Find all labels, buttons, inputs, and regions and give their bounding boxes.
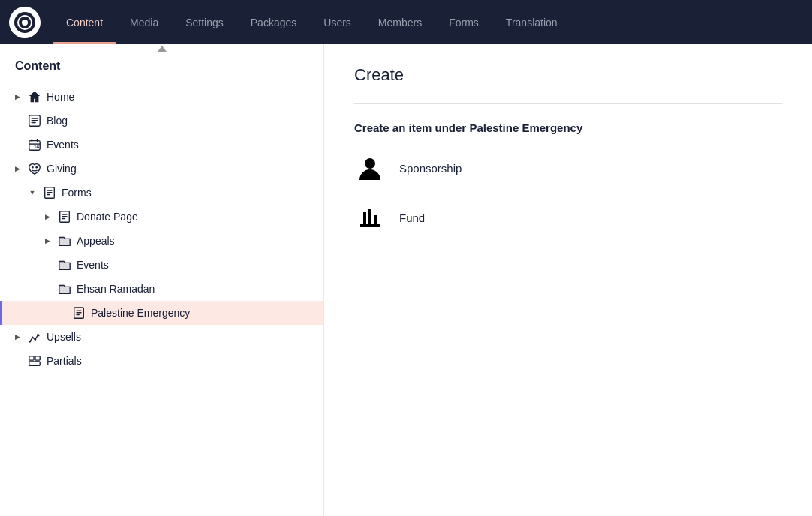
scroll-indicator: [158, 46, 167, 52]
create-items-container: SponsorshipFund: [354, 152, 782, 233]
tree-arrow-donate-page: ▶: [42, 212, 53, 222]
partials-icon: [27, 353, 42, 368]
svg-point-1: [22, 20, 28, 26]
tree-label-donate-page: Donate Page: [77, 211, 138, 223]
folder-icon: [57, 233, 72, 248]
tree-item-partials[interactable]: Partials: [0, 349, 323, 373]
sidebar: Content ▶HomeBlog14Events▶Giving▼Forms▶D…: [0, 44, 324, 516]
nav-item-media[interactable]: Media: [116, 0, 172, 44]
giving-icon: [27, 161, 42, 176]
fund-icon: [354, 202, 386, 233]
main-layout: Content ▶HomeBlog14Events▶Giving▼Forms▶D…: [0, 44, 812, 516]
tree-arrow-forms: ▼: [27, 188, 38, 198]
nav-item-settings[interactable]: Settings: [172, 0, 237, 44]
tree-arrow-events-sub: [42, 260, 53, 270]
tree-arrow-partials: [12, 356, 23, 366]
tree-label-palestine-emergency: Palestine Emergency: [91, 307, 190, 319]
tree-label-home: Home: [47, 91, 74, 103]
tree-arrow-palestine-emergency: [56, 308, 67, 318]
svg-point-25: [29, 340, 31, 343]
upsells-icon: [27, 329, 42, 344]
svg-rect-19: [62, 216, 67, 217]
svg-rect-4: [32, 120, 38, 121]
svg-point-12: [35, 166, 38, 169]
forms-icon: [42, 185, 57, 200]
tree-label-events-sub: Events: [77, 259, 109, 271]
svg-rect-14: [47, 190, 52, 190]
svg-rect-23: [76, 312, 81, 313]
folder-icon: [57, 281, 72, 296]
svg-rect-20: [62, 218, 65, 219]
divider: [354, 103, 782, 104]
logo-inner: [14, 12, 35, 33]
document-icon: [71, 305, 86, 320]
nav-item-users[interactable]: Users: [310, 0, 365, 44]
svg-rect-16: [47, 194, 50, 195]
nav-item-content[interactable]: Content: [53, 0, 116, 44]
tree-label-blog: Blog: [47, 115, 68, 127]
svg-point-27: [35, 338, 37, 340]
tree-label-forms: Forms: [62, 187, 92, 199]
svg-point-11: [32, 166, 34, 169]
svg-text:14: 14: [34, 144, 40, 149]
svg-point-28: [37, 334, 39, 336]
tree-item-appeals[interactable]: ▶Appeals: [0, 229, 323, 253]
tree-item-events-sub[interactable]: Events: [0, 253, 323, 277]
create-item-label-fund: Fund: [399, 212, 425, 224]
create-item-fund[interactable]: Fund: [354, 202, 782, 233]
create-item-label-sponsorship: Sponsorship: [399, 162, 462, 175]
person-icon: [354, 152, 386, 184]
tree-label-upsells: Upsells: [47, 331, 81, 343]
tree-item-upsells[interactable]: ▶Upsells: [0, 325, 323, 349]
tree-label-giving: Giving: [47, 163, 77, 175]
content-area: Create Create an item under Palestine Em…: [324, 44, 812, 516]
events-icon: 14: [27, 137, 42, 152]
tree-item-events[interactable]: 14Events: [0, 133, 323, 157]
nav-item-translation[interactable]: Translation: [492, 0, 571, 44]
logo[interactable]: [9, 7, 41, 38]
tree-arrow-home: ▶: [12, 92, 23, 102]
nav-items: ContentMediaSettingsPackagesUsersMembers…: [53, 0, 571, 44]
create-subtitle: Create an item under Palestine Emergency: [354, 122, 782, 134]
svg-point-26: [32, 337, 34, 339]
tree-item-donate-page[interactable]: ▶Donate Page: [0, 205, 323, 229]
svg-rect-5: [32, 122, 36, 123]
tree-item-home[interactable]: ▶Home: [0, 85, 323, 109]
tree-label-partials: Partials: [47, 355, 82, 367]
document-icon: [57, 209, 72, 224]
svg-rect-18: [62, 214, 67, 214]
tree-arrow-appeals: ▶: [42, 236, 53, 246]
tree-arrow-ehsan-ramadan: [42, 284, 53, 294]
svg-rect-22: [76, 310, 81, 310]
top-nav: ContentMediaSettingsPackagesUsersMembers…: [0, 0, 812, 44]
tree-item-ehsan-ramadan[interactable]: Ehsan Ramadan: [0, 277, 323, 301]
tree-arrow-giving: ▶: [12, 164, 23, 174]
tree-item-palestine-emergency[interactable]: Palestine Emergency: [0, 301, 323, 325]
blog-icon: [27, 113, 42, 128]
nav-item-forms[interactable]: Forms: [435, 0, 492, 44]
tree-item-forms[interactable]: ▼Forms: [0, 181, 323, 205]
tree-label-events: Events: [47, 139, 79, 151]
page-title: Create: [354, 65, 782, 85]
nav-item-members[interactable]: Members: [365, 0, 435, 44]
svg-rect-29: [29, 356, 34, 360]
svg-rect-31: [29, 362, 40, 365]
svg-rect-3: [32, 118, 38, 118]
create-item-sponsorship[interactable]: Sponsorship: [354, 152, 782, 184]
tree-label-ehsan-ramadan: Ehsan Ramadan: [77, 283, 155, 295]
tree-arrow-blog: [12, 116, 23, 126]
folder-icon: [57, 257, 72, 272]
tree-arrow-upsells: ▶: [12, 332, 23, 342]
svg-rect-24: [76, 314, 80, 315]
svg-rect-30: [35, 356, 40, 360]
tree-label-appeals: Appeals: [77, 235, 115, 247]
home-icon: [27, 89, 42, 104]
svg-rect-15: [47, 192, 52, 193]
tree-container: ▶HomeBlog14Events▶Giving▼Forms▶Donate Pa…: [0, 85, 323, 373]
tree-item-giving[interactable]: ▶Giving: [0, 157, 323, 181]
nav-item-packages[interactable]: Packages: [237, 0, 310, 44]
tree-arrow-events: [12, 140, 23, 150]
tree-item-blog[interactable]: Blog: [0, 109, 323, 133]
svg-point-32: [365, 158, 375, 169]
